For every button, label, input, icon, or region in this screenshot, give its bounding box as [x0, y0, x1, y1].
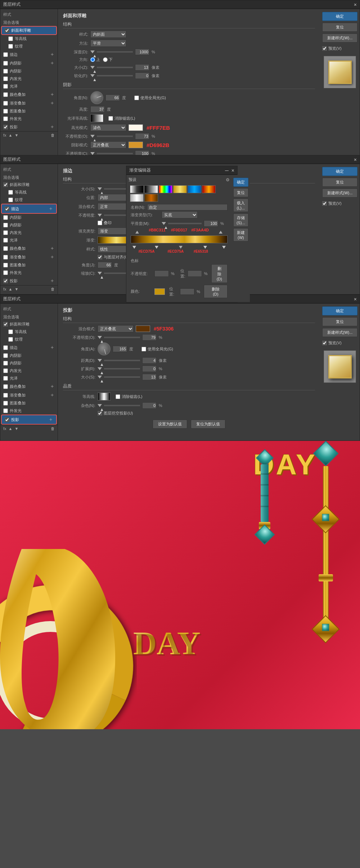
style-checkbox-inner-shadow[interactable] — [3, 61, 8, 66]
gradient-load-btn[interactable]: 载入(L)... — [233, 199, 248, 212]
dialog2-reset-btn[interactable]: 复位 — [322, 178, 357, 187]
d3-style-outer-glow[interactable]: 外发光 — [0, 407, 58, 415]
angle-dial[interactable] — [90, 91, 103, 104]
d3-style-stroke[interactable]: 描边 ＋ — [0, 343, 58, 352]
color-overlay-plus-btn[interactable]: ＋ — [50, 91, 55, 98]
d3-size-handle[interactable]: ▲ — [98, 376, 102, 378]
d3-distance-handle[interactable]: ▲ — [98, 359, 102, 362]
d3-spread-slider[interactable] — [104, 368, 140, 369]
depth-slider[interactable] — [97, 51, 133, 53]
d3-distance-slider[interactable] — [104, 360, 140, 361]
d3-global-light-row[interactable]: 使用全局光(G) — [141, 346, 173, 352]
d3-angle-input[interactable] — [113, 346, 127, 352]
highlight-mode-select[interactable]: 滤色 — [90, 124, 126, 131]
style-item-contour[interactable]: 等高线 — [0, 35, 58, 43]
d3-style-drop-shadow[interactable]: 投影 ＋ — [2, 415, 56, 424]
highlight-opacity-input[interactable] — [135, 133, 149, 140]
d3-distance-input[interactable] — [142, 357, 157, 364]
color-stop-color-swatch[interactable] — [154, 288, 165, 295]
d3-spread-input[interactable] — [142, 366, 157, 372]
d2-opacity-handle[interactable]: ▲ — [98, 214, 102, 217]
color-stop-opacity-input[interactable] — [154, 270, 169, 277]
d3-layer-ko-checkbox[interactable] — [98, 411, 102, 416]
dialog1-preview-row[interactable]: 预览(V) — [322, 46, 357, 51]
d3-checkbox-satin[interactable] — [3, 376, 8, 381]
dialog3-mixed-options[interactable]: 混合选项 — [0, 313, 58, 320]
style-item-stroke[interactable]: 描边 ＋ — [0, 50, 58, 59]
d2-checkbox-inner-shadow2[interactable] — [3, 223, 8, 227]
d2-align-label-row[interactable]: 与图层对齐(G) — [98, 254, 129, 260]
d2-style-inner-shadow[interactable]: 内阴影 — [0, 214, 58, 221]
size-input[interactable] — [135, 64, 149, 71]
color-stop-4[interactable] — [203, 246, 207, 249]
depth-input[interactable] — [135, 49, 149, 55]
dialog3-reset-btn[interactable]: 复位 — [322, 317, 357, 326]
gradient-type-select[interactable]: 实底 — [162, 211, 198, 218]
style-checkbox-stroke[interactable] — [3, 52, 8, 57]
d3-style-color-overlay[interactable]: 颜色叠加 ＋ — [0, 382, 58, 391]
style-item-satin[interactable]: 光泽 — [0, 83, 58, 90]
d3-style-pattern-overlay[interactable]: 图案叠加 — [0, 399, 58, 407]
d2-style-outer-glow[interactable]: 外发光 — [0, 269, 58, 276]
d2-stroke-plus[interactable]: ＋ — [48, 205, 53, 212]
d2-overprint-label[interactable]: 叠印 — [98, 220, 112, 226]
inner-shadow-plus-btn[interactable]: ＋ — [50, 60, 55, 66]
dialog2-preview-checkbox[interactable] — [322, 201, 327, 206]
d2-style-satin[interactable]: 光泽 — [0, 236, 58, 244]
footer2-delete[interactable]: 🗑 — [51, 287, 55, 291]
d2-checkbox-drop-shadow[interactable] — [3, 279, 8, 283]
d2-checkbox-texture[interactable] — [8, 198, 13, 202]
d3-remove-alias-checkbox[interactable] — [116, 394, 120, 399]
method-select[interactable]: 平滑 — [90, 40, 126, 47]
color-stop-pos-input2[interactable] — [180, 288, 194, 295]
d2-checkbox-gradient-overlay[interactable] — [3, 255, 8, 260]
soften-slider-handle[interactable]: ▲ — [90, 74, 95, 77]
d3-checkbox-stroke[interactable] — [3, 345, 8, 350]
d2-style-contour[interactable]: 等高线 — [0, 189, 58, 196]
gradient-bar-preview[interactable] — [131, 235, 228, 243]
opacity-stop-1[interactable] — [135, 231, 139, 234]
style-checkbox-drop-shadow[interactable] — [3, 125, 8, 129]
gloss-contour-preview[interactable] — [90, 114, 103, 122]
d3-angle-dial[interactable] — [98, 342, 111, 355]
d3-gradient-overlay-plus[interactable]: ＋ — [50, 392, 55, 398]
style-checkbox-satin[interactable] — [3, 84, 8, 89]
d3-style-inner-glow[interactable]: 内发光 — [0, 367, 58, 375]
soften-input[interactable] — [135, 72, 149, 79]
style-checkbox-inner-glow[interactable] — [3, 76, 8, 81]
preset-bw[interactable] — [144, 185, 158, 193]
shadow-opacity-input[interactable] — [135, 150, 149, 155]
d2-style-gradient-overlay[interactable]: 渐变叠加 ＋ — [0, 253, 58, 261]
style-item-outer-glow[interactable]: 外发光 — [0, 115, 58, 123]
stroke-plus-btn[interactable]: ＋ — [50, 51, 55, 58]
d2-style-color-overlay[interactable]: 颜色叠加 ＋ — [0, 244, 58, 253]
dialog1-preview-checkbox[interactable] — [322, 46, 327, 51]
d3-drop-shadow-plus[interactable]: ＋ — [48, 416, 53, 423]
d3-checkbox-inner-shadow2[interactable] — [3, 361, 8, 366]
d3-contour-preview[interactable] — [98, 393, 111, 400]
color-stop-delete-btn[interactable]: 删除(D) — [211, 264, 228, 283]
d3-checkbox-contour[interactable] — [8, 329, 13, 334]
depth-slider-handle[interactable]: ▲ — [90, 50, 95, 53]
style-item-inner-shadow2[interactable]: 内阴影 — [0, 67, 58, 75]
dialog1-close-button[interactable]: × — [354, 2, 357, 8]
d2-checkbox-bevel[interactable] — [3, 182, 8, 187]
d3-noise-handle[interactable]: ▲ — [98, 404, 102, 407]
d3-checkbox-gradient-overlay[interactable] — [3, 393, 8, 398]
preset-red-orange[interactable] — [202, 185, 216, 193]
d2-style-bevel[interactable]: 斜面和浮雕 — [0, 181, 58, 189]
style-item-pattern-overlay[interactable]: 图案叠加 — [0, 107, 58, 115]
footer2-up[interactable]: ▲ — [9, 287, 13, 291]
drop-shadow-plus-btn[interactable]: ＋ — [50, 124, 55, 130]
dialog1-new-style-btn[interactable]: 新建样式(W)... — [322, 34, 357, 43]
color-stop-delete-btn2[interactable]: 删除(D) — [204, 285, 228, 298]
footer2-fx[interactable]: fx — [3, 287, 6, 291]
style-item-bevel[interactable]: 斜面和浮雕 — [2, 27, 56, 34]
d3-style-texture[interactable]: 纹理 — [0, 336, 58, 343]
preset-blue[interactable] — [188, 185, 201, 193]
style-checkbox-contour[interactable] — [8, 36, 13, 41]
presets-gear-btn[interactable]: ⚙ — [226, 177, 230, 182]
d3-checkbox-inner-glow[interactable] — [3, 368, 8, 373]
style-checkbox-texture[interactable] — [8, 44, 13, 49]
global-light-checkbox[interactable] — [134, 96, 139, 100]
